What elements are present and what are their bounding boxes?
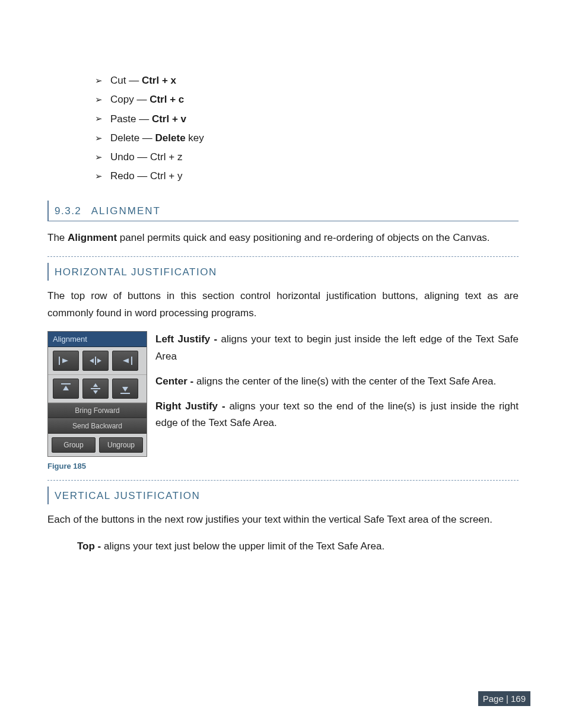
bullet-icon: ➢ [95,149,110,166]
section-body: The Alignment panel permits quick and ea… [47,230,519,247]
svg-marker-10 [93,383,98,387]
list-item: ➢ Redo — Ctrl + y [95,167,519,186]
send-backward-button[interactable]: Send Backward [48,418,147,434]
shortcut-text: Redo — Ctrl + y [110,167,182,186]
bullet-icon: ➢ [95,72,110,90]
subsection-heading: HORIZONTAL JUSTIFICATION [47,263,519,281]
align-right-icon [117,355,133,366]
alignment-panel: Alignment [47,331,147,457]
list-item: ➢ Copy — Ctrl + c [95,90,519,109]
align-center-icon [87,355,104,366]
list-item: ➢ Undo — Ctrl + z [95,148,519,167]
list-item: ➢ Delete — Delete key [95,129,519,148]
shortcut-text: Paste — Ctrl + v [110,110,186,129]
group-button[interactable]: Group [52,437,96,453]
horizontal-intro: The top row of buttons in this section c… [47,288,519,322]
align-left-icon [58,355,74,366]
align-top-button[interactable] [53,379,79,399]
shortcut-list: ➢ Cut — Ctrl + x ➢ Copy — Ctrl + c ➢ Pas… [47,71,519,186]
align-center-button[interactable] [82,351,109,371]
svg-marker-8 [63,386,69,390]
svg-marker-1 [62,358,68,363]
divider: HORIZONTAL JUSTIFICATION [47,256,519,281]
section-number: 9.3.2 [55,205,81,217]
shortcut-text: Delete — Delete key [110,129,204,148]
shortcut-text: Cut — Ctrl + x [110,71,176,90]
svg-marker-4 [97,358,101,363]
svg-marker-3 [90,358,94,363]
ungroup-button[interactable]: Ungroup [99,437,143,453]
shortcut-text: Undo — Ctrl + z [110,148,182,167]
subsection-title: HORIZONTAL JUSTIFICATION [55,266,217,278]
panel-title: Alignment [48,332,147,347]
shortcut-text: Copy — Ctrl + c [110,90,184,109]
group-row: Group Ungroup [48,434,147,456]
subsection-heading: VERTICAL JUSTIFICATION [47,487,519,504]
bring-forward-button[interactable]: Bring Forward [48,403,147,418]
align-right-button[interactable] [112,351,138,371]
horizontal-align-row [48,347,147,375]
section-heading: 9.3.2 ALIGNMENT [47,201,519,221]
top-desc: Top - aligns your text just below the up… [47,538,519,555]
right-justify-desc: Right Justify - aligns your text so the … [155,398,519,431]
align-bottom-icon [119,382,131,395]
vertical-align-row [48,375,147,403]
section-title: ALIGNMENT [91,205,161,217]
bullet-icon: ➢ [95,130,110,147]
page-footer: Page | 169 [478,694,530,704]
figure-caption: Figure 185 [47,462,519,471]
center-desc: Center - aligns the center of the line(s… [155,373,519,390]
align-middle-icon [90,382,101,395]
description-column: Left Justify - aligns your text to begin… [155,331,519,439]
svg-marker-13 [122,387,128,392]
svg-marker-6 [123,358,129,363]
panel-and-description: Alignment [47,331,519,457]
align-middle-button[interactable] [82,379,109,399]
vertical-intro: Each of the buttons in the next row just… [47,511,519,529]
align-top-icon [60,382,72,395]
page-number: Page | 169 [478,691,530,706]
bullet-icon: ➢ [95,91,110,109]
align-bottom-button[interactable] [112,379,138,399]
left-justify-desc: Left Justify - aligns your text to begin… [155,331,519,364]
subsection-title: VERTICAL JUSTIFICATION [55,490,200,501]
divider: VERTICAL JUSTIFICATION [47,480,519,504]
list-item: ➢ Paste — Ctrl + v [95,110,519,129]
align-left-button[interactable] [53,351,79,371]
bullet-icon: ➢ [95,110,110,128]
list-item: ➢ Cut — Ctrl + x [95,71,519,90]
bullet-icon: ➢ [95,168,110,185]
svg-marker-11 [93,390,98,394]
